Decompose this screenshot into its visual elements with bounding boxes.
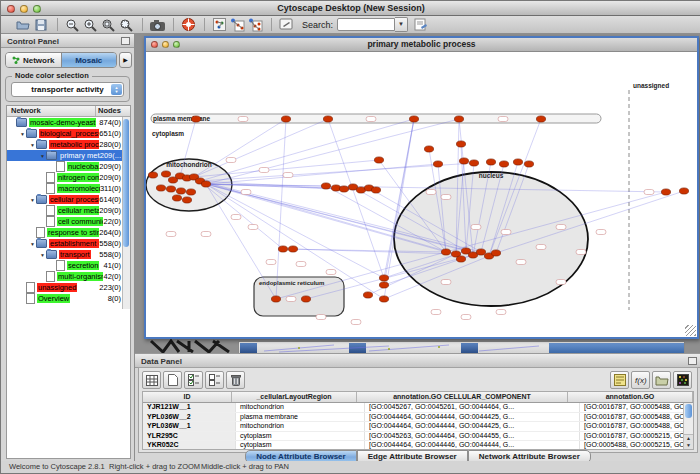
table-row[interactable]: YKR052Ccytoplasm[GO:0044464, GO:0044446,…: [143, 441, 684, 449]
graph-node[interactable]: [288, 246, 297, 252]
graph-node[interactable]: [371, 187, 380, 193]
attribute-grid-button[interactable]: [142, 371, 161, 389]
help-button[interactable]: [180, 17, 196, 32]
graph-node[interactable]: [499, 161, 508, 167]
edit-network-2-button[interactable]: [247, 17, 263, 32]
table-row[interactable]: YPL036W__1mitochondrion[GO:0044464, GO:0…: [143, 422, 684, 432]
table-row[interactable]: YJR121W__1mitochondrion[GO:0045267, GO:0…: [143, 403, 684, 413]
table-row[interactable]: YPL036W__2plasma membrane[GO:0044464, GO…: [143, 413, 684, 423]
graph-edge[interactable]: [276, 119, 286, 299]
graph-node[interactable]: [536, 116, 545, 122]
tree-row[interactable]: cell communicat22(0): [7, 216, 123, 227]
graph-node[interactable]: [456, 141, 465, 147]
graph-node[interactable]: [191, 116, 200, 122]
tree-row[interactable]: nucleobase-209(0): [7, 161, 123, 172]
attribute-editor-button[interactable]: [610, 371, 629, 389]
graph-node[interactable]: [456, 256, 465, 262]
snapshot-button[interactable]: [149, 17, 165, 32]
search-input[interactable]: [337, 18, 395, 31]
graph-node[interactable]: [301, 296, 310, 302]
new-attribute-button[interactable]: [163, 371, 182, 389]
formula-builder-button[interactable]: f(x): [631, 371, 650, 389]
graph-node[interactable]: [513, 159, 522, 165]
graph-node[interactable]: [459, 158, 468, 164]
tree-row[interactable]: mosaic-demo-yeast874(0): [7, 117, 123, 128]
table-row[interactable]: YLR295Ccytoplasm[GO:0045263, GO:0044464,…: [143, 432, 684, 442]
graph-node[interactable]: [201, 181, 210, 187]
tree-row[interactable]: Overview8(0): [7, 293, 123, 304]
matrix-view-button[interactable]: [673, 371, 692, 389]
tree-row[interactable]: ▼biological_process651(0): [7, 128, 123, 139]
graph-node[interactable]: [409, 116, 418, 122]
zoom-fit-button[interactable]: [100, 17, 116, 32]
graph-node[interactable]: [363, 292, 372, 298]
edit-network-1-button[interactable]: [229, 17, 245, 32]
graph-node[interactable]: [491, 250, 500, 256]
node-color-attribute-select[interactable]: transporter activity ▲▼: [11, 82, 124, 97]
background-window-sliver[interactable]: [238, 341, 685, 353]
graph-node[interactable]: [281, 116, 290, 122]
graph-node[interactable]: [379, 296, 388, 302]
graph-node[interactable]: [339, 186, 348, 192]
table-scrollbar-arrows[interactable]: ▲▼: [684, 434, 693, 449]
network-graph-svg[interactable]: plasma membrane cytoplasm mitochondrion …: [146, 52, 697, 337]
graph-node[interactable]: [156, 185, 165, 191]
network-view-titlebar[interactable]: primary metabolic process: [146, 38, 697, 52]
graph-node[interactable]: [441, 249, 450, 255]
expand-arrow-icon[interactable]: ▼: [19, 131, 26, 137]
frame-resize-grip[interactable]: [685, 325, 696, 336]
graph-node[interactable]: [321, 183, 330, 189]
expand-arrow-icon[interactable]: ▼: [39, 153, 46, 159]
table-column-header[interactable]: ID: [143, 392, 232, 402]
tree-row[interactable]: ▼transport558(0): [7, 249, 123, 260]
graph-node[interactable]: [469, 160, 478, 166]
tree-row[interactable]: ▼metabolic process280(0): [7, 139, 123, 150]
save-button[interactable]: [33, 17, 49, 32]
expand-arrow-icon[interactable]: ▼: [29, 142, 36, 148]
graph-node[interactable]: [433, 161, 442, 167]
tab-network[interactable]: Network: [6, 53, 61, 67]
data-panel-float-icon[interactable]: [688, 357, 697, 365]
table-column-header[interactable]: annotation.GO MOLECULAR_FUNCTION: [568, 392, 693, 402]
open-button[interactable]: [15, 17, 31, 32]
table-scrollbar[interactable]: ▲▼: [683, 403, 693, 449]
table-column-header[interactable]: annotation.GO CELLULAR_COMPONENT: [357, 392, 568, 402]
search-dropdown-icon[interactable]: ▼: [395, 17, 408, 32]
zoom-in-button[interactable]: [82, 17, 98, 32]
table-column-header[interactable]: _cellularLayoutRegion: [232, 392, 357, 402]
expand-arrow-icon[interactable]: ▼: [29, 197, 36, 203]
graph-node[interactable]: [182, 197, 191, 203]
select-attributes-button[interactable]: [184, 371, 203, 389]
delete-attribute-button[interactable]: [226, 371, 245, 389]
tree-row[interactable]: macromolecule311(0): [7, 183, 123, 194]
graph-edge[interactable]: [194, 119, 286, 177]
search-options-button[interactable]: [412, 17, 428, 32]
unselect-attributes-button[interactable]: [205, 371, 224, 389]
tree-row[interactable]: unassigned223(0): [7, 282, 123, 293]
table-scrollbar-thumb[interactable]: [685, 404, 692, 418]
tree-row[interactable]: multi-organism pro42(0): [7, 271, 123, 282]
tree-row[interactable]: cellular metabo209(0): [7, 205, 123, 216]
graph-node[interactable]: [424, 146, 433, 152]
graph-node[interactable]: [172, 195, 181, 201]
graph-node[interactable]: [476, 249, 485, 255]
graph-node[interactable]: [524, 161, 533, 167]
import-attributes-button[interactable]: [652, 371, 671, 389]
tab-mosaic[interactable]: Mosaic: [62, 53, 117, 67]
float-panel-icon[interactable]: [121, 37, 130, 45]
annotation-button[interactable]: [278, 17, 294, 32]
graph-node[interactable]: [166, 186, 175, 192]
graph-node[interactable]: [161, 171, 170, 177]
graph-edge[interactable]: [206, 184, 384, 278]
tree-scrollbar[interactable]: [122, 117, 130, 309]
graph-node[interactable]: [176, 188, 185, 194]
tree-column-nodes[interactable]: Nodes: [96, 106, 130, 116]
tree-row[interactable]: secretion41(0): [7, 260, 123, 271]
tree-row[interactable]: ▼primary metabo209(...: [7, 150, 123, 161]
graph-node[interactable]: [323, 116, 332, 122]
graph-node[interactable]: [661, 189, 670, 195]
expand-arrow-icon[interactable]: ▼: [29, 241, 36, 247]
graph-edge[interactable]: [206, 119, 459, 184]
graph-node[interactable]: [148, 172, 157, 178]
view-settings-button[interactable]: [211, 17, 227, 32]
